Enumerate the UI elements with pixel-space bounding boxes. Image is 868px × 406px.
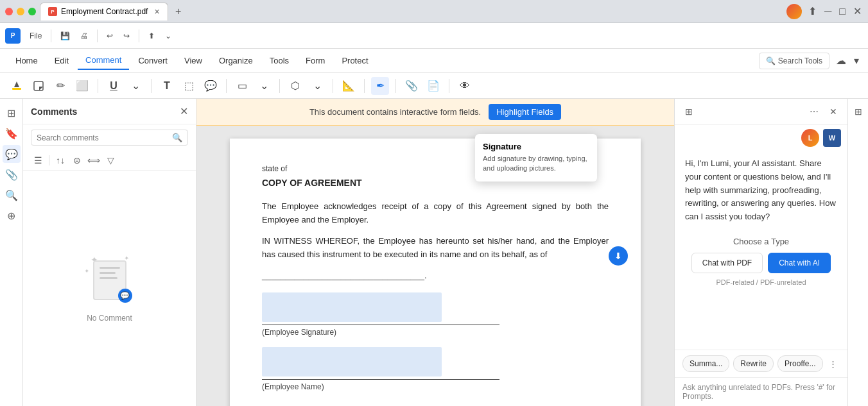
ai-header-right-icons: ⋯ ✕ (806, 104, 841, 119)
sig-tooltip-description: Add signature by drawing, typing, and up… (483, 154, 589, 174)
stamp-more-btn[interactable]: ⌄ (308, 77, 326, 95)
menu-view[interactable]: View (177, 52, 210, 69)
minimize-window-btn[interactable] (17, 8, 24, 15)
new-tab-btn[interactable]: + (171, 4, 186, 19)
cloud-btn[interactable]: ☁ (835, 53, 847, 68)
browser-share-icon[interactable]: ⬆ (807, 4, 818, 19)
signature-tooltip: Signature Add signature by drawing, typi… (475, 134, 597, 182)
quick-actions-more-btn[interactable]: ⋮ (827, 356, 840, 371)
active-tab[interactable]: P Employment Contract.pdf × (40, 3, 168, 21)
line-blank: ___________________________________. (262, 269, 609, 283)
pdf-notification-bar: This document contains interactive form … (196, 99, 674, 126)
ctool-sep-7 (395, 79, 396, 93)
callout-btn[interactable]: 💬 (202, 77, 220, 95)
ai-greeting-area: Hi, I'm Lumi, your AI assistant. Share y… (675, 147, 847, 350)
search-comments-input[interactable] (37, 133, 168, 142)
notification-text: This document contains interactive form … (309, 107, 481, 117)
browser-restore-icon[interactable]: □ (838, 4, 847, 19)
comments-search-box[interactable]: 🔍 (31, 130, 188, 146)
underline-tool-btn[interactable]: U (105, 77, 123, 95)
shape-more-btn[interactable]: ⌄ (255, 77, 273, 95)
eraser-tool-btn[interactable]: ⬜ (73, 77, 91, 95)
search-comments-icon[interactable]: 🔍 (172, 133, 182, 142)
stamp-btn[interactable]: ⬡ (286, 77, 304, 95)
comments-panel: Comments ✕ 🔍 ☰ ↑↓ ⊜ ⟺ ▽ ✦ ✦ ✦ (23, 99, 196, 406)
menu-tools[interactable]: Tools (262, 52, 297, 69)
proofread-btn[interactable]: Prooffe... (777, 355, 822, 372)
left-icon-layers[interactable]: ⊕ (3, 207, 21, 224)
ai-panel-settings-icon[interactable]: ⊞ (681, 104, 697, 119)
tab-close-btn[interactable]: × (154, 6, 159, 17)
type-subtitle: PDF-related / PDF-unrelated (685, 278, 837, 286)
text-tool-btn[interactable]: T (158, 77, 176, 95)
ai-greeting-text: Hi, I'm Lumi, your AI assistant. Share y… (685, 157, 837, 224)
comments-close-btn[interactable]: ✕ (180, 105, 188, 117)
maximize-window-btn[interactable] (28, 8, 36, 15)
file-menu-btn[interactable]: File (26, 29, 46, 43)
employee-name-line (262, 379, 499, 380)
caret-btn[interactable]: ⌄ (126, 77, 144, 95)
measure-btn[interactable]: 📐 (340, 77, 358, 95)
upload-btn[interactable]: ⬆ (144, 29, 159, 43)
search-tools-btn[interactable]: 🔍 Search Tools (759, 53, 829, 69)
browser-bar: P Employment Contract.pdf × + ⬆ ─ □ ✕ (0, 0, 868, 23)
print-btn[interactable]: 🖨 (76, 29, 92, 43)
menu-bar: Home Edit Comment Convert View Organize … (0, 49, 868, 73)
doc-line-3 (100, 277, 118, 279)
summarize-btn[interactable]: Summa... (682, 355, 729, 372)
chat-with-pdf-btn[interactable]: Chat with PDF (691, 253, 763, 273)
left-icon-bookmark[interactable]: 🔖 (3, 124, 21, 142)
highlight-fields-btn[interactable]: Highlight Fields (489, 104, 561, 120)
menu-convert[interactable]: Convert (130, 52, 175, 69)
menu-protect[interactable]: Protect (334, 52, 376, 69)
menu-edit[interactable]: Edit (47, 52, 76, 69)
filter-expand-icon[interactable]: ⟺ (87, 153, 101, 167)
left-icon-search[interactable]: 🔍 (3, 186, 21, 204)
ai-panel-header: ⊞ ⋯ ✕ (675, 99, 847, 125)
left-icon-paperclip[interactable]: 📎 (3, 165, 21, 183)
redo-btn[interactable]: ↪ (119, 29, 134, 43)
ai-input-placeholder: Ask anything unrelated to PDFs. Press '#… (682, 383, 835, 401)
menu-form[interactable]: Form (298, 52, 333, 69)
employee-sig-field[interactable] (262, 292, 442, 322)
left-icon-comment[interactable]: 💬 (3, 145, 21, 163)
signature-btn[interactable]: ✒ (371, 77, 389, 95)
filter-funnel-icon[interactable]: ▽ (103, 153, 117, 167)
highlight-tool-btn[interactable] (8, 77, 26, 95)
attachment-btn[interactable]: 📎 (403, 77, 421, 95)
comments-title: Comments (31, 106, 77, 117)
undo-btn[interactable]: ↩ (103, 29, 117, 43)
upload-avatar-btn[interactable]: ⬇ (609, 246, 628, 266)
chat-with-ai-btn[interactable]: Chat with AI (768, 253, 831, 273)
text-field-btn[interactable]: 📄 (424, 77, 442, 95)
filter-sort-icon[interactable]: ⊜ (70, 153, 84, 167)
collapse-btn[interactable]: ▾ (853, 53, 860, 68)
save-btn[interactable]: 💾 (56, 29, 74, 43)
search-icon: 🔍 (766, 56, 776, 65)
quick-actions-bar: Summa... Rewrite Prooffe... ⋮ (675, 350, 847, 377)
right-edge-filter-icon[interactable]: ⊞ (851, 104, 866, 119)
employee-name-field[interactable] (262, 347, 442, 376)
pencil-tool-btn[interactable]: ✏ (51, 77, 69, 95)
ai-input-area[interactable]: Ask anything unrelated to PDFs. Press '#… (675, 377, 847, 406)
menu-right-area: 🔍 Search Tools ☁ ▾ (759, 53, 860, 69)
filter-list-icon[interactable]: ☰ (31, 153, 45, 167)
eye-btn[interactable]: 👁 (456, 77, 474, 95)
rewrite-btn[interactable]: Rewrite (733, 355, 774, 372)
shape-tool-btn[interactable]: ▭ (233, 77, 251, 95)
ai-panel-more-icon[interactable]: ⋯ (806, 104, 822, 119)
browser-minimize-icon[interactable]: ─ (823, 4, 833, 19)
sticky-note-btn[interactable] (30, 77, 48, 95)
text-box-btn[interactable]: ⬚ (180, 77, 198, 95)
browser-close-icon[interactable]: ✕ (852, 4, 863, 19)
filter-sort-asc-icon[interactable]: ↑↓ (53, 153, 67, 167)
menu-home[interactable]: Home (8, 52, 46, 69)
user-avatar[interactable] (786, 4, 802, 19)
menu-comment[interactable]: Comment (78, 51, 129, 70)
close-window-btn[interactable] (5, 8, 13, 15)
more-toolbar-btn[interactable]: ⌄ (161, 29, 175, 43)
left-icon-thumb[interactable]: ⊞ (3, 104, 21, 122)
toolbar-separator-1 (51, 30, 51, 42)
menu-organize[interactable]: Organize (211, 52, 261, 69)
ai-panel-close-icon[interactable]: ✕ (826, 104, 841, 119)
